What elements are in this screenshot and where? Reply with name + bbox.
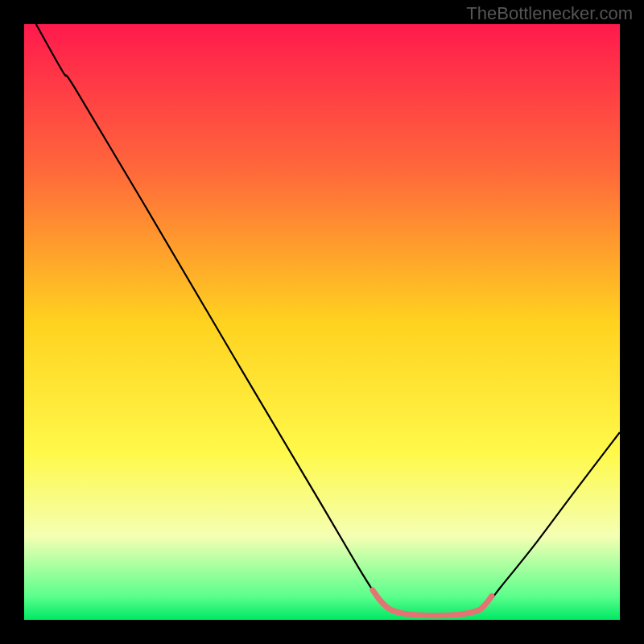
watermark-text: TheBottlenecker.com xyxy=(466,3,633,24)
chart-container xyxy=(24,24,620,620)
chart-background xyxy=(24,24,620,620)
chart-svg xyxy=(24,24,620,620)
